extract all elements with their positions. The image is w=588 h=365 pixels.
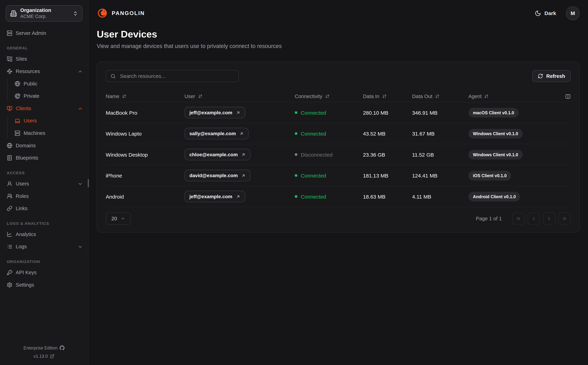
refresh-button[interactable]: Refresh: [532, 70, 571, 82]
github-icon: [60, 345, 65, 350]
theme-toggle-button[interactable]: Dark: [532, 9, 559, 17]
external-link-icon: [50, 354, 54, 359]
user-email: sally@example.com: [189, 131, 236, 136]
receipt-icon: [7, 155, 13, 161]
sort-icon: [122, 94, 126, 98]
link-icon: [7, 206, 13, 211]
edition-link[interactable]: Enterprise Edition: [0, 344, 88, 352]
user-cell: jeff@example.com: [184, 107, 295, 118]
previous-page-button[interactable]: [528, 212, 540, 225]
sidebar-item-users-access[interactable]: Users: [0, 177, 88, 190]
sidebar-item-blueprints[interactable]: Blueprints: [0, 152, 88, 164]
sidebar-item-clients[interactable]: Clients: [0, 102, 88, 115]
table-row: Windows Lapto sally@example.com Connecte…: [106, 123, 571, 144]
combine-icon: [7, 56, 13, 62]
version-link[interactable]: v1.13.0: [0, 352, 88, 360]
search-input[interactable]: [119, 73, 234, 79]
building-icon: [10, 10, 17, 17]
user-cell: chloe@example.com: [184, 149, 295, 160]
edition-label: Enterprise Edition: [23, 344, 57, 352]
connectivity-cell: Disconnected: [295, 152, 363, 158]
sidebar-item-public[interactable]: Public: [0, 77, 88, 90]
user-link-button[interactable]: sally@example.com: [184, 128, 249, 139]
column-header-data-out[interactable]: Data Out: [412, 93, 468, 99]
column-header-data-in[interactable]: Data In: [363, 93, 412, 99]
user-link-button[interactable]: david@example.com: [184, 170, 251, 181]
sidebar-item-analytics[interactable]: Analytics: [0, 228, 88, 240]
status-label: Connected: [301, 131, 326, 137]
page-indicator: Page 1 of 1: [476, 216, 502, 222]
agent-badge: Windows Client v0.1.0: [468, 129, 523, 138]
sidebar-item-server-admin[interactable]: Server Admin: [0, 27, 88, 39]
sidebar-item-api-keys[interactable]: API Keys: [0, 267, 88, 279]
sidebar-item-machines[interactable]: Machines: [0, 127, 88, 140]
status-dot: [295, 132, 297, 135]
agent-badge: macOS Client v0.1.0: [468, 108, 519, 117]
server-icon: [15, 130, 20, 136]
key-icon: [7, 270, 13, 275]
sidebar-item-label: Domains: [16, 143, 36, 148]
sidebar-item-links[interactable]: Links: [0, 202, 88, 215]
column-header-agent[interactable]: Agent: [468, 93, 559, 99]
user-link-button[interactable]: jeff@example.com: [184, 191, 245, 202]
column-label: User: [184, 93, 195, 99]
brand-link[interactable]: PANGOLIN: [97, 7, 145, 19]
sidebar-item-sites[interactable]: Sites: [0, 53, 88, 65]
sidebar-item-roles[interactable]: Roles: [0, 190, 88, 202]
sidebar-item-users-clients[interactable]: Users: [0, 115, 88, 127]
column-header-user[interactable]: User: [184, 93, 295, 99]
chevron-down-icon: [120, 216, 125, 221]
column-header-connectivity[interactable]: Connectivity: [295, 93, 363, 99]
sort-icon: [484, 94, 489, 98]
user-avatar[interactable]: M: [566, 6, 580, 20]
resources-subgroup: Public Private: [0, 77, 88, 102]
chevron-left-icon: [531, 216, 537, 222]
next-page-button[interactable]: [543, 212, 555, 225]
page-title: User Devices: [97, 28, 580, 40]
device-name-cell: MacBook Pro: [106, 110, 185, 116]
org-value: ACME Corp.: [20, 14, 69, 20]
column-header-name[interactable]: Name: [106, 93, 185, 99]
brand-name: PANGOLIN: [112, 10, 145, 16]
table-row: iPhone david@example.com Connected 181.1…: [106, 165, 571, 186]
data-in-cell: 280.10 MB: [363, 110, 412, 116]
agent-badge: Windows Client v0.1.0: [468, 150, 523, 159]
device-name-cell: Android: [106, 194, 185, 200]
sidebar-item-domains[interactable]: Domains: [0, 139, 88, 152]
sidebar-item-settings[interactable]: Settings: [0, 279, 88, 291]
column-visibility-button[interactable]: [565, 93, 571, 99]
sidebar-item-label: Machines: [24, 130, 45, 136]
sidebar-item-label: Blueprints: [16, 155, 38, 161]
org-selector[interactable]: Organization ACME Corp.: [6, 5, 83, 21]
status-label: Connected: [301, 110, 326, 116]
sidebar-item-label: Server Admin: [16, 30, 46, 36]
page-size-select[interactable]: 20: [106, 212, 131, 225]
arrow-up-right-icon: [236, 194, 240, 199]
agent-cell: Windows Client v0.1.0: [468, 150, 559, 159]
search-box: [106, 70, 239, 82]
chevrons-right-icon: [562, 216, 567, 222]
section-heading-general: GENERAL: [0, 39, 88, 53]
sidebar-item-label: Logs: [16, 244, 27, 250]
app-window: Organization ACME Corp. Server Admin GEN…: [0, 0, 588, 365]
first-page-button[interactable]: [512, 212, 525, 225]
chevron-up-icon: [78, 69, 83, 74]
column-label: Connectivity: [295, 93, 322, 99]
user-link-button[interactable]: chloe@example.com: [184, 149, 251, 160]
data-in-cell: 43.52 MB: [363, 131, 412, 137]
table-row: Android jeff@example.com Connected 18.63…: [106, 186, 571, 207]
pagination-bar: 20 Page 1 of 1: [106, 212, 571, 225]
data-out-cell: 11.52 GB: [412, 152, 468, 158]
sidebar-item-resources[interactable]: Resources: [0, 65, 88, 78]
section-heading-logs-analytics: LOGS & ANALYTICS: [0, 215, 88, 228]
user-link-button[interactable]: jeff@example.com: [184, 107, 245, 118]
sidebar-item-logs[interactable]: Logs: [0, 240, 88, 253]
data-in-cell: 18.63 MB: [363, 194, 412, 200]
server-icon: [7, 30, 13, 36]
sidebar-item-private[interactable]: Private: [0, 90, 88, 102]
last-page-button[interactable]: [559, 212, 571, 225]
sidebar-resize-handle[interactable]: [88, 179, 89, 187]
sidebar-item-label: Public: [24, 81, 37, 87]
columns-icon: [565, 93, 571, 99]
column-label: Name: [106, 93, 119, 99]
